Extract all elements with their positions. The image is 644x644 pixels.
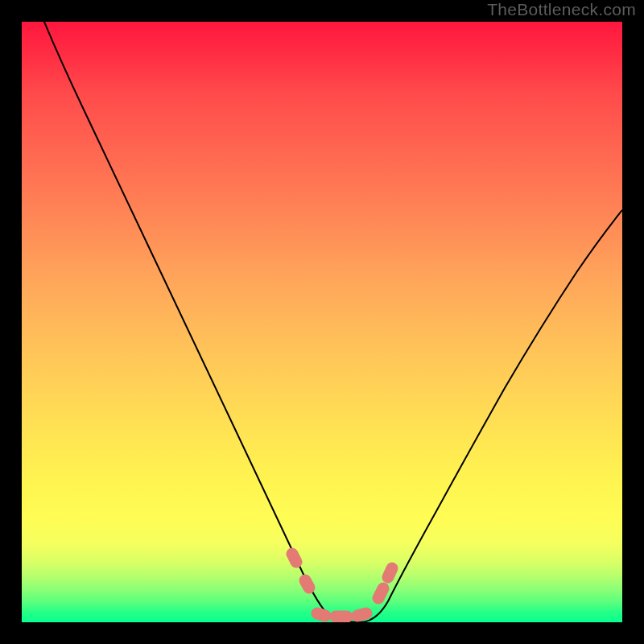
bottleneck-curve-svg [22, 22, 622, 622]
curve-right-arm [360, 210, 622, 622]
chart-stage: TheBottleneck.com [0, 0, 644, 644]
sweet-spot-highlight [292, 554, 392, 617]
plot-area [22, 22, 622, 622]
watermark-text: TheBottleneck.com [487, 0, 636, 19]
curve-left-arm [22, 22, 360, 622]
